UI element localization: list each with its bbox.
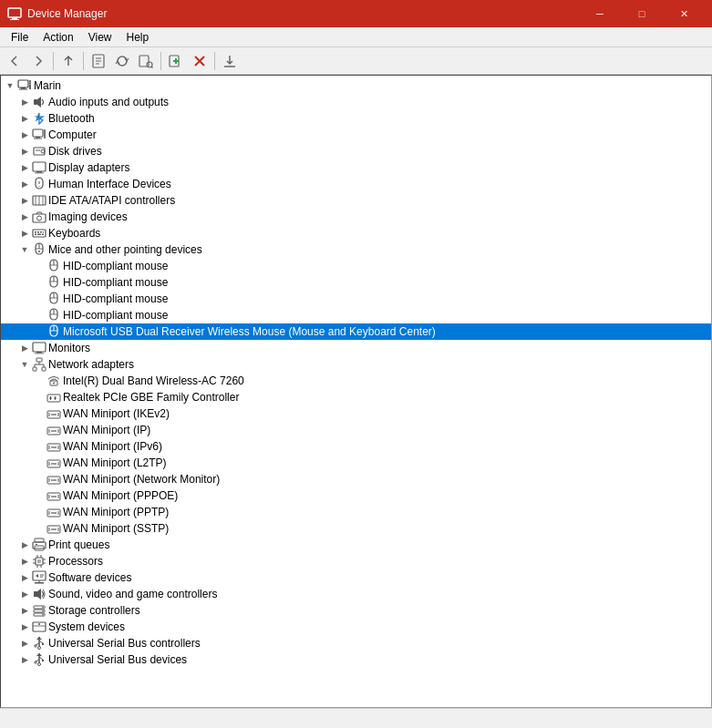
tree-item-hid[interactable]: ▶ Human Interface Devices <box>1 176 711 192</box>
svg-point-8 <box>147 62 152 67</box>
tree-item-display[interactable]: ▶ Display adapters <box>1 159 711 176</box>
tree-item-imaging[interactable]: ▶ Imaging devices <box>1 209 711 225</box>
device-tree: ▼ Marin ▶ <box>1 76 711 670</box>
tree-item-usbdevices[interactable]: ▶ Universal Serial Bus devices <box>1 651 711 668</box>
expand-monitors[interactable]: ▶ <box>17 341 32 355</box>
tree-item-software[interactable]: ▶ Software devices <box>1 569 711 586</box>
network-icon <box>32 357 46 372</box>
maximize-button[interactable]: □ <box>621 0 663 27</box>
toolbar-sep-4 <box>214 52 215 70</box>
tree-item-print[interactable]: ▶ Print queues <box>1 537 711 553</box>
up-button[interactable] <box>57 50 79 72</box>
update-button[interactable] <box>111 50 133 72</box>
expand-mice[interactable]: ▼ <box>17 242 32 257</box>
system-icon <box>32 620 46 634</box>
tree-item-wan-sstp[interactable]: WAN Miniport (SSTP) <box>1 520 711 537</box>
tree-item-storage[interactable]: ▶ Storage controllers <box>1 602 711 619</box>
tree-item-hid-mouse-4[interactable]: HID-compliant mouse <box>1 307 711 323</box>
tree-item-ms-wireless[interactable]: Microsoft USB Dual Receiver Wireless Mou… <box>1 323 711 340</box>
expand-system[interactable]: ▶ <box>17 620 32 634</box>
expand-software[interactable]: ▶ <box>17 570 32 585</box>
menu-view[interactable]: View <box>81 29 119 46</box>
processors-label: Processors <box>48 555 103 568</box>
add-button[interactable] <box>165 50 187 72</box>
tree-item-usb[interactable]: ▶ Universal Serial Bus controllers <box>1 635 711 651</box>
no-expand-wan4 <box>32 456 46 470</box>
menu-action[interactable]: Action <box>36 29 80 46</box>
expand-disk[interactable]: ▶ <box>17 144 32 159</box>
tree-item-network[interactable]: ▼ Network adapters <box>1 356 711 373</box>
svg-rect-42 <box>35 231 36 233</box>
tree-item-bluetooth[interactable]: ▶ Bluetooth <box>1 110 711 127</box>
expand-computer[interactable]: ▶ <box>17 128 32 142</box>
tree-item-hid-mouse-2[interactable]: HID-compliant mouse <box>1 274 711 291</box>
no-expand-realtek <box>32 390 46 405</box>
tree-item-wan-ipv6[interactable]: WAN Miniport (IPv6) <box>1 438 711 455</box>
tree-item-ide[interactable]: ▶ IDE ATA/ATAPI controllers <box>1 192 711 209</box>
tree-item-computer[interactable]: ▶ Computer <box>1 127 711 143</box>
expand-network[interactable]: ▼ <box>17 357 32 372</box>
tree-root[interactable]: ▼ Marin <box>1 77 711 94</box>
svg-point-151 <box>35 645 36 647</box>
tree-item-wan-l2tp[interactable]: WAN Miniport (L2TP) <box>1 455 711 471</box>
expand-ide[interactable]: ▶ <box>17 193 32 208</box>
no-expand-1 <box>32 259 46 273</box>
forward-button[interactable] <box>27 50 49 72</box>
tree-item-wan-pptp[interactable]: WAN Miniport (PPTP) <box>1 504 711 520</box>
expand-bluetooth[interactable]: ▶ <box>17 111 32 126</box>
expand-storage[interactable]: ▶ <box>17 603 32 618</box>
expand-root[interactable]: ▼ <box>3 78 17 93</box>
tree-item-disk[interactable]: ▶ Disk drives <box>1 143 711 159</box>
keyboard-icon <box>32 226 46 241</box>
download-button[interactable] <box>219 50 241 72</box>
wan-l2tp-label: WAN Miniport (L2TP) <box>63 456 167 469</box>
properties-button[interactable] <box>88 50 109 72</box>
tree-item-wan-netmon[interactable]: WAN Miniport (Network Monitor) <box>1 471 711 487</box>
printer-icon <box>32 538 46 552</box>
expand-sound[interactable]: ▶ <box>17 587 32 601</box>
expand-keyboards[interactable]: ▶ <box>17 226 32 241</box>
tree-view[interactable]: ▼ Marin ▶ <box>0 75 712 708</box>
tree-item-keyboards[interactable]: ▶ Keyboards <box>1 225 711 241</box>
svg-point-158 <box>38 663 41 666</box>
tree-item-mice[interactable]: ▼ Mice and other pointing devices <box>1 241 711 258</box>
svg-rect-18 <box>30 82 31 83</box>
svg-rect-24 <box>34 138 42 139</box>
tree-item-intel-wifi[interactable]: Intel(R) Dual Band Wireless-AC 7260 <box>1 373 711 389</box>
svg-rect-134 <box>35 582 44 584</box>
ide-icon <box>32 193 46 208</box>
tree-item-sound[interactable]: ▶ Sound, video and game controllers <box>1 586 711 602</box>
tree-item-wan-ikev2[interactable]: WAN Miniport (IKEv2) <box>1 405 711 422</box>
menu-help[interactable]: Help <box>119 29 157 46</box>
expand-imaging[interactable]: ▶ <box>17 210 32 224</box>
tree-item-wan-pppoe[interactable]: WAN Miniport (PPPOE) <box>1 487 711 504</box>
remove-button[interactable] <box>189 50 211 72</box>
back-button[interactable] <box>4 50 26 72</box>
expand-audio[interactable]: ▶ <box>17 95 32 109</box>
minimize-button[interactable]: ─ <box>579 0 621 27</box>
expand-usb[interactable]: ▶ <box>17 636 32 651</box>
tree-item-system[interactable]: ▶ System devices <box>1 619 711 635</box>
tree-item-monitors[interactable]: ▶ Monitors <box>1 340 711 356</box>
expand-usbdevices[interactable]: ▶ <box>17 652 32 667</box>
no-expand-wan5 <box>32 472 46 487</box>
tree-item-audio[interactable]: ▶ Audio inputs and outputs <box>1 94 711 110</box>
mouse-small-icon-1 <box>46 259 61 273</box>
svg-rect-47 <box>37 234 41 236</box>
close-button[interactable]: ✕ <box>663 0 705 27</box>
tree-item-processors[interactable]: ▶ Processors <box>1 553 711 569</box>
expand-hid[interactable]: ▶ <box>17 177 32 191</box>
scan-button[interactable] <box>135 50 157 72</box>
svg-rect-70 <box>35 354 44 354</box>
tree-item-hid-mouse-1[interactable]: HID-compliant mouse <box>1 258 711 274</box>
menu-file[interactable]: File <box>4 29 36 46</box>
no-expand-wan3 <box>32 439 46 454</box>
net-small-icon-9 <box>46 505 61 519</box>
tree-item-realtek[interactable]: Realtek PCIe GBE Family Controller <box>1 389 711 405</box>
expand-print[interactable]: ▶ <box>17 538 32 552</box>
expand-display[interactable]: ▶ <box>17 160 32 175</box>
window-title: Device Manager <box>27 7 107 20</box>
tree-item-wan-ip[interactable]: WAN Miniport (IP) <box>1 422 711 438</box>
tree-item-hid-mouse-3[interactable]: HID-compliant mouse <box>1 291 711 307</box>
expand-processors[interactable]: ▶ <box>17 554 32 569</box>
